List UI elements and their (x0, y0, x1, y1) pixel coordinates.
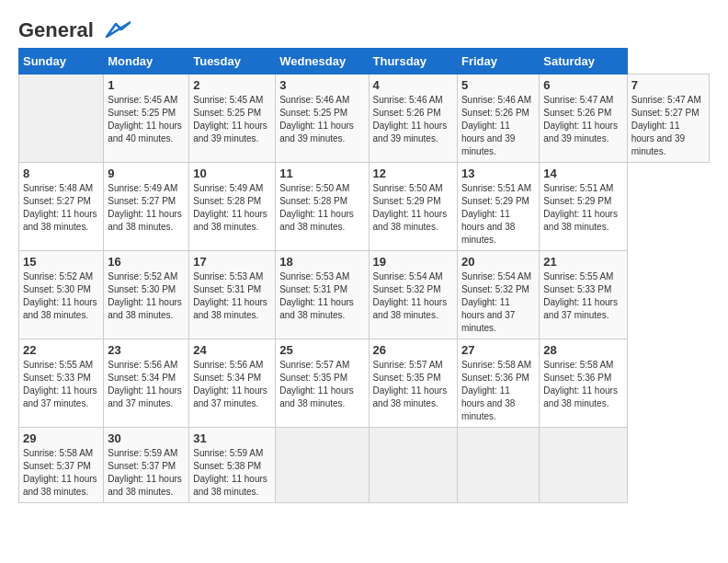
week-row-1: 1Sunrise: 5:45 AMSunset: 5:25 PMDaylight… (19, 75, 710, 163)
day-cell: 30Sunrise: 5:59 AMSunset: 5:37 PMDayligh… (104, 428, 189, 503)
day-info: Sunrise: 5:51 AMSunset: 5:29 PMDaylight:… (543, 182, 622, 234)
logo: General (18, 18, 131, 39)
day-info: Sunrise: 5:46 AMSunset: 5:25 PMDaylight:… (279, 94, 364, 145)
day-info: Sunrise: 5:55 AMSunset: 5:33 PMDaylight:… (23, 359, 99, 410)
day-cell: 4Sunrise: 5:46 AMSunset: 5:26 PMDaylight… (369, 75, 457, 163)
day-cell: 26Sunrise: 5:57 AMSunset: 5:35 PMDayligh… (369, 339, 457, 428)
day-number: 20 (461, 255, 535, 269)
day-number: 19 (373, 255, 453, 269)
day-info: Sunrise: 5:48 AMSunset: 5:27 PMDaylight:… (23, 182, 99, 234)
day-number: 22 (23, 343, 99, 357)
day-info: Sunrise: 5:59 AMSunset: 5:38 PMDaylight:… (193, 447, 271, 499)
day-info: Sunrise: 5:51 AMSunset: 5:29 PMDaylight:… (461, 182, 535, 247)
day-number: 27 (461, 343, 535, 357)
day-cell: 27Sunrise: 5:58 AMSunset: 5:36 PMDayligh… (457, 339, 539, 428)
day-number: 21 (543, 255, 622, 269)
day-info: Sunrise: 5:45 AMSunset: 5:25 PMDaylight:… (108, 94, 185, 145)
day-number: 12 (373, 167, 453, 180)
day-info: Sunrise: 5:58 AMSunset: 5:37 PMDaylight:… (23, 447, 99, 499)
day-cell: 7Sunrise: 5:47 AMSunset: 5:27 PMDaylight… (627, 75, 709, 163)
day-cell: 6Sunrise: 5:47 AMSunset: 5:26 PMDaylight… (540, 75, 627, 163)
day-cell: 29Sunrise: 5:58 AMSunset: 5:37 PMDayligh… (19, 428, 104, 503)
day-cell: 17Sunrise: 5:53 AMSunset: 5:31 PMDayligh… (189, 251, 276, 339)
day-number: 7 (631, 78, 705, 92)
day-number: 23 (108, 343, 185, 357)
page-header: General (18, 18, 710, 39)
day-info: Sunrise: 5:52 AMSunset: 5:30 PMDaylight:… (108, 270, 185, 322)
day-cell: 19Sunrise: 5:54 AMSunset: 5:32 PMDayligh… (369, 251, 457, 339)
day-cell: 23Sunrise: 5:56 AMSunset: 5:34 PMDayligh… (104, 339, 189, 428)
day-info: Sunrise: 5:50 AMSunset: 5:28 PMDaylight:… (279, 182, 364, 234)
day-number: 18 (279, 255, 364, 269)
day-info: Sunrise: 5:49 AMSunset: 5:27 PMDaylight:… (108, 182, 185, 234)
day-cell (369, 428, 457, 503)
day-info: Sunrise: 5:46 AMSunset: 5:26 PMDaylight:… (461, 94, 535, 158)
day-number: 4 (373, 78, 453, 92)
day-cell: 11Sunrise: 5:50 AMSunset: 5:28 PMDayligh… (276, 163, 369, 251)
day-info: Sunrise: 5:56 AMSunset: 5:34 PMDaylight:… (108, 359, 185, 410)
day-cell (457, 428, 539, 503)
week-row-3: 15Sunrise: 5:52 AMSunset: 5:30 PMDayligh… (19, 251, 710, 339)
day-cell: 1Sunrise: 5:45 AMSunset: 5:25 PMDaylight… (104, 75, 189, 163)
day-cell: 31Sunrise: 5:59 AMSunset: 5:38 PMDayligh… (189, 428, 276, 503)
col-header-sunday: Sunday (19, 49, 104, 75)
col-header-saturday: Saturday (540, 49, 627, 75)
day-info: Sunrise: 5:57 AMSunset: 5:35 PMDaylight:… (373, 359, 453, 410)
day-number: 16 (108, 255, 185, 269)
day-cell: 15Sunrise: 5:52 AMSunset: 5:30 PMDayligh… (19, 251, 104, 339)
day-number: 10 (193, 167, 271, 180)
day-info: Sunrise: 5:53 AMSunset: 5:31 PMDaylight:… (279, 270, 364, 322)
day-cell (19, 75, 104, 163)
day-number: 28 (543, 343, 622, 357)
day-number: 17 (193, 255, 271, 269)
day-number: 31 (193, 431, 271, 445)
day-cell: 14Sunrise: 5:51 AMSunset: 5:29 PMDayligh… (540, 163, 627, 251)
day-number: 26 (373, 343, 453, 357)
week-row-5: 29Sunrise: 5:58 AMSunset: 5:37 PMDayligh… (19, 428, 710, 503)
col-header-tuesday: Tuesday (189, 49, 276, 75)
day-info: Sunrise: 5:54 AMSunset: 5:32 PMDaylight:… (461, 270, 535, 335)
week-row-2: 8Sunrise: 5:48 AMSunset: 5:27 PMDaylight… (19, 163, 710, 251)
day-cell (540, 428, 627, 503)
day-info: Sunrise: 5:53 AMSunset: 5:31 PMDaylight:… (193, 270, 271, 322)
day-number: 30 (108, 431, 185, 445)
day-cell: 10Sunrise: 5:49 AMSunset: 5:28 PMDayligh… (189, 163, 276, 251)
day-info: Sunrise: 5:58 AMSunset: 5:36 PMDaylight:… (543, 359, 622, 410)
day-number: 1 (108, 78, 185, 92)
day-info: Sunrise: 5:54 AMSunset: 5:32 PMDaylight:… (373, 270, 453, 322)
logo-general: General (18, 18, 94, 42)
day-cell: 3Sunrise: 5:46 AMSunset: 5:25 PMDaylight… (276, 75, 369, 163)
day-info: Sunrise: 5:55 AMSunset: 5:33 PMDaylight:… (543, 270, 622, 322)
day-info: Sunrise: 5:50 AMSunset: 5:29 PMDaylight:… (373, 182, 453, 234)
day-cell: 20Sunrise: 5:54 AMSunset: 5:32 PMDayligh… (457, 251, 539, 339)
day-number: 6 (543, 78, 622, 92)
day-cell: 12Sunrise: 5:50 AMSunset: 5:29 PMDayligh… (369, 163, 457, 251)
day-cell: 5Sunrise: 5:46 AMSunset: 5:26 PMDaylight… (457, 75, 539, 163)
day-number: 11 (279, 167, 364, 180)
day-number: 29 (23, 431, 99, 445)
day-info: Sunrise: 5:45 AMSunset: 5:25 PMDaylight:… (193, 94, 271, 145)
day-cell: 18Sunrise: 5:53 AMSunset: 5:31 PMDayligh… (276, 251, 369, 339)
day-number: 24 (193, 343, 271, 357)
day-cell: 13Sunrise: 5:51 AMSunset: 5:29 PMDayligh… (457, 163, 539, 251)
header-row: SundayMondayTuesdayWednesdayThursdayFrid… (19, 49, 710, 75)
day-info: Sunrise: 5:56 AMSunset: 5:34 PMDaylight:… (193, 359, 271, 410)
day-cell: 28Sunrise: 5:58 AMSunset: 5:36 PMDayligh… (540, 339, 627, 428)
day-cell: 2Sunrise: 5:45 AMSunset: 5:25 PMDaylight… (189, 75, 276, 163)
col-header-monday: Monday (104, 49, 189, 75)
col-header-friday: Friday (457, 49, 539, 75)
day-cell: 24Sunrise: 5:56 AMSunset: 5:34 PMDayligh… (189, 339, 276, 428)
day-number: 25 (279, 343, 364, 357)
day-number: 14 (543, 167, 622, 180)
day-info: Sunrise: 5:47 AMSunset: 5:27 PMDaylight:… (631, 94, 705, 158)
calendar-table: SundayMondayTuesdayWednesdayThursdayFrid… (18, 48, 710, 503)
day-info: Sunrise: 5:57 AMSunset: 5:35 PMDaylight:… (279, 359, 364, 410)
day-cell: 8Sunrise: 5:48 AMSunset: 5:27 PMDaylight… (19, 163, 104, 251)
day-number: 9 (108, 167, 185, 180)
day-info: Sunrise: 5:46 AMSunset: 5:26 PMDaylight:… (373, 94, 453, 145)
day-number: 13 (461, 167, 535, 180)
day-cell: 22Sunrise: 5:55 AMSunset: 5:33 PMDayligh… (19, 339, 104, 428)
day-cell: 9Sunrise: 5:49 AMSunset: 5:27 PMDaylight… (104, 163, 189, 251)
day-number: 5 (461, 78, 535, 92)
day-info: Sunrise: 5:49 AMSunset: 5:28 PMDaylight:… (193, 182, 271, 234)
